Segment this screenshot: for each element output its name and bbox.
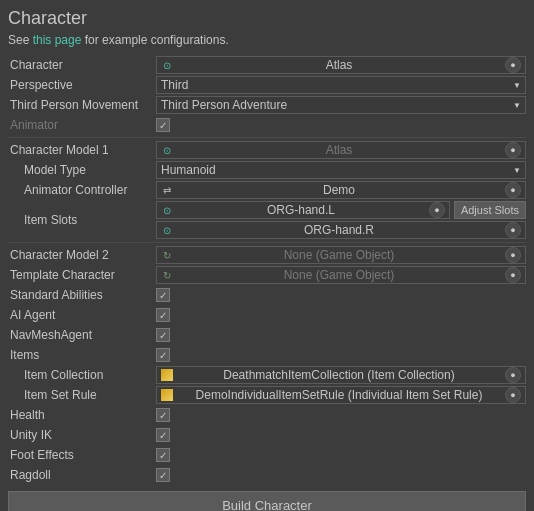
navmesh-agent-checkbox[interactable]: ✓: [156, 328, 170, 342]
foot-effects-value: ✓: [156, 448, 526, 462]
animator-value: ✓: [156, 118, 526, 132]
character-model-1-dropdown[interactable]: ⊙ Atlas ●: [156, 141, 526, 159]
animator-controller-label: Animator Controller: [8, 183, 156, 197]
animator-controller-info-btn[interactable]: ●: [505, 182, 521, 198]
perspective-arrow: ▼: [513, 81, 521, 90]
foot-effects-checkbox[interactable]: ✓: [156, 448, 170, 462]
health-label: Health: [8, 408, 156, 422]
character-dropdown[interactable]: ⊙ Atlas ●: [156, 56, 526, 74]
item-set-rule-dropdown[interactable]: DemoIndividualItemSetRule (Individual It…: [156, 386, 526, 404]
item-collection-dropdown[interactable]: DeathmatchItemCollection (Item Collectio…: [156, 366, 526, 384]
character-model-2-value: ↻ None (Game Object) ●: [156, 246, 526, 264]
see-page-text: See this page for example configurations…: [8, 33, 526, 47]
ragdoll-value: ✓: [156, 468, 526, 482]
character-row: Character ⊙ Atlas ●: [8, 55, 526, 75]
animator-row: Animator ✓: [8, 115, 526, 135]
ragdoll-checkbox[interactable]: ✓: [156, 468, 170, 482]
item-collection-value: DeathmatchItemCollection (Item Collectio…: [156, 366, 526, 384]
item-slot-1-row: ⊙ ORG-hand.L ● Adjust Slots: [156, 201, 526, 219]
see-page-link[interactable]: this page: [33, 33, 82, 47]
health-checkbox[interactable]: ✓: [156, 408, 170, 422]
item-slot-2-dropdown[interactable]: ⊙ ORG-hand.R ●: [156, 221, 526, 239]
anim-icon: ⇄: [161, 184, 173, 196]
item-slots-row: Item Slots ⊙ ORG-hand.L ● Adjust Slots ⊙…: [8, 200, 526, 240]
character-model-1-value: ⊙ Atlas ●: [156, 141, 526, 159]
divider-2: [8, 242, 526, 243]
slot2-icon: ⊙: [161, 224, 173, 236]
item-slot-1-dropdown[interactable]: ⊙ ORG-hand.L ●: [156, 201, 450, 219]
item-slot-2-info-btn[interactable]: ●: [505, 222, 521, 238]
template-character-label: Template Character: [8, 268, 156, 282]
perspective-row: Perspective Third ▼: [8, 75, 526, 95]
animator-controller-row: Animator Controller ⇄ Demo ●: [8, 180, 526, 200]
items-checkbox[interactable]: ✓: [156, 348, 170, 362]
item-set-rule-info-btn[interactable]: ●: [505, 387, 521, 403]
item-collection-row: Item Collection DeathmatchItemCollection…: [8, 365, 526, 385]
divider-1: [8, 137, 526, 138]
template-character-field[interactable]: ↻ None (Game Object) ●: [156, 266, 526, 284]
standard-abilities-label: Standard Abilities: [8, 288, 156, 302]
build-character-button[interactable]: Build Character: [8, 491, 526, 511]
animator-label: Animator: [8, 118, 156, 132]
character-model-1-info-btn[interactable]: ●: [505, 142, 521, 158]
third-person-movement-dropdown[interactable]: Third Person Adventure ▼: [156, 96, 526, 114]
character-model-2-label: Character Model 2: [8, 248, 156, 262]
item-set-rule-row: Item Set Rule DemoIndividualItemSetRule …: [8, 385, 526, 405]
third-person-movement-value: Third Person Adventure ▼: [156, 96, 526, 114]
model-type-arrow: ▼: [513, 166, 521, 175]
navmesh-agent-value: ✓: [156, 328, 526, 342]
character-model-2-field[interactable]: ↻ None (Game Object) ●: [156, 246, 526, 264]
animator-checkbox[interactable]: ✓: [156, 118, 170, 132]
fields-container: Character ⊙ Atlas ● Perspective Third ▼ …: [8, 55, 526, 485]
perspective-label: Perspective: [8, 78, 156, 92]
items-row: Items ✓: [8, 345, 526, 365]
character-value: ⊙ Atlas ●: [156, 56, 526, 74]
unity-ik-checkbox[interactable]: ✓: [156, 428, 170, 442]
template-character-info-btn[interactable]: ●: [505, 267, 521, 283]
item-collection-label: Item Collection: [8, 368, 156, 382]
navmesh-agent-row: NavMeshAgent ✓: [8, 325, 526, 345]
item-slot-2-row: ⊙ ORG-hand.R ●: [156, 221, 526, 239]
item-set-rule-icon: [161, 389, 173, 401]
template-character-row: Template Character ↻ None (Game Object) …: [8, 265, 526, 285]
standard-abilities-checkbox[interactable]: ✓: [156, 288, 170, 302]
model-type-value: Humanoid ▼: [156, 161, 526, 179]
character-model-1-row: Character Model 1 ⊙ Atlas ●: [8, 140, 526, 160]
items-label: Items: [8, 348, 156, 362]
ai-agent-label: AI Agent: [8, 308, 156, 322]
unity-icon-2: ⊙: [161, 144, 173, 156]
ragdoll-row: Ragdoll ✓: [8, 465, 526, 485]
slot1-icon: ⊙: [161, 204, 173, 216]
unity-ik-row: Unity IK ✓: [8, 425, 526, 445]
unity-icon: ⊙: [161, 59, 173, 71]
health-row: Health ✓: [8, 405, 526, 425]
standard-abilities-value: ✓: [156, 288, 526, 302]
character-model-2-info-btn[interactable]: ●: [505, 247, 521, 263]
recycle-icon-2: ↻: [161, 269, 173, 281]
item-set-rule-label: Item Set Rule: [8, 388, 156, 402]
foot-effects-row: Foot Effects ✓: [8, 445, 526, 465]
unity-ik-label: Unity IK: [8, 428, 156, 442]
template-character-value: ↻ None (Game Object) ●: [156, 266, 526, 284]
recycle-icon-1: ↻: [161, 249, 173, 261]
adjust-slots-button[interactable]: Adjust Slots: [454, 201, 526, 219]
item-slots-value: ⊙ ORG-hand.L ● Adjust Slots ⊙ ORG-hand.R…: [156, 201, 526, 239]
page-title: Character: [8, 8, 526, 29]
item-slot-1-info-btn[interactable]: ●: [429, 202, 445, 218]
ragdoll-label: Ragdoll: [8, 468, 156, 482]
character-panel: Character See this page for example conf…: [0, 0, 534, 511]
standard-abilities-row: Standard Abilities ✓: [8, 285, 526, 305]
third-person-movement-label: Third Person Movement: [8, 98, 156, 112]
model-type-dropdown[interactable]: Humanoid ▼: [156, 161, 526, 179]
item-collection-info-btn[interactable]: ●: [505, 367, 521, 383]
navmesh-agent-label: NavMeshAgent: [8, 328, 156, 342]
perspective-dropdown[interactable]: Third ▼: [156, 76, 526, 94]
third-person-movement-arrow: ▼: [513, 101, 521, 110]
character-model-1-label: Character Model 1: [8, 143, 156, 157]
ai-agent-checkbox[interactable]: ✓: [156, 308, 170, 322]
character-model-2-row: Character Model 2 ↻ None (Game Object) ●: [8, 245, 526, 265]
foot-effects-label: Foot Effects: [8, 448, 156, 462]
animator-controller-dropdown[interactable]: ⇄ Demo ●: [156, 181, 526, 199]
item-slots-label: Item Slots: [8, 213, 156, 227]
character-info-btn[interactable]: ●: [505, 57, 521, 73]
